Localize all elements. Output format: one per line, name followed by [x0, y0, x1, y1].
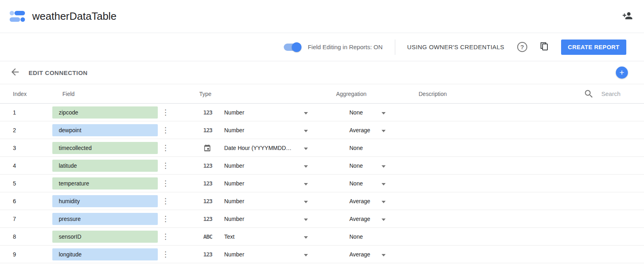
description-cell[interactable]	[392, 104, 644, 121]
help-icon[interactable]: ?	[517, 42, 527, 52]
description-cell[interactable]	[392, 192, 644, 210]
add-people-button[interactable]	[622, 10, 633, 23]
row-index: 4	[0, 162, 52, 169]
column-header-index: Index	[0, 91, 52, 97]
aggregation-select[interactable]: None	[349, 233, 382, 240]
description-cell[interactable]	[392, 139, 644, 156]
type-select[interactable]: Text	[220, 233, 304, 240]
row-menu-button[interactable]: ⋮	[158, 126, 174, 134]
field-editing-label: Field Editing in Reports: ON	[308, 44, 383, 50]
field-table: 1 zipcode ⋮ 123 Number None 2 dewpoint ⋮…	[0, 104, 644, 263]
field-name-chip[interactable]: dewpoint	[52, 124, 158, 136]
description-cell[interactable]	[392, 157, 644, 174]
aggregation-dropdown-arrow[interactable]	[382, 198, 392, 204]
table-row: 5 temperature ⋮ 123 Number None	[0, 175, 644, 192]
type-dropdown-arrow[interactable]	[304, 180, 312, 187]
aggregation-dropdown-arrow[interactable]	[382, 162, 392, 169]
credentials-button[interactable]: USING OWNER'S CREDENTIALS	[407, 44, 504, 50]
row-menu-button[interactable]: ⋮	[158, 162, 174, 169]
aggregation-dropdown-arrow[interactable]	[382, 109, 392, 116]
field-editing-toggle[interactable]	[284, 44, 301, 51]
description-cell[interactable]	[392, 210, 644, 227]
create-report-button[interactable]: CREATE REPORT	[561, 40, 626, 55]
add-field-button[interactable]: +	[616, 67, 628, 79]
type-select[interactable]: Number	[220, 198, 304, 204]
aggregation-select[interactable]: None	[349, 162, 382, 169]
type-dropdown-arrow[interactable]	[304, 109, 312, 116]
app-bar: weatherDataTable	[0, 0, 644, 33]
type-dropdown-arrow[interactable]	[304, 198, 312, 204]
type-select[interactable]: Number	[220, 109, 304, 116]
aggregation-dropdown-arrow[interactable]	[382, 180, 392, 187]
field-name-chip[interactable]: timecollected	[52, 142, 158, 154]
row-index: 1	[0, 109, 52, 116]
aggregation-select[interactable]: Average	[349, 216, 382, 222]
aggregation-select[interactable]: None	[349, 180, 382, 187]
field-name-chip[interactable]: longitude	[52, 248, 158, 260]
duplicate-button[interactable]	[539, 42, 549, 53]
row-index: 3	[0, 145, 52, 151]
row-menu-button[interactable]: ⋮	[158, 144, 174, 152]
table-row: 6 humidity ⋮ 123 Number Average	[0, 192, 644, 210]
number-icon: 123	[203, 251, 220, 258]
type-dropdown-arrow[interactable]	[304, 233, 312, 240]
row-index: 9	[0, 251, 52, 258]
aggregation-dropdown-arrow[interactable]	[382, 216, 392, 222]
type-dropdown-arrow[interactable]	[304, 216, 312, 222]
aggregation-dropdown-arrow[interactable]	[382, 127, 392, 133]
row-index: 7	[0, 216, 52, 222]
type-dropdown-arrow[interactable]	[304, 162, 312, 169]
number-icon: 123	[203, 216, 220, 222]
row-menu-button[interactable]: ⋮	[158, 108, 174, 116]
type-dropdown-arrow[interactable]	[304, 145, 312, 151]
row-menu-button[interactable]: ⋮	[158, 215, 174, 223]
aggregation-select[interactable]: None	[349, 109, 382, 116]
type-select[interactable]: Number	[220, 180, 304, 187]
aggregation-select[interactable]: Average	[349, 251, 382, 258]
datasource-title[interactable]: weatherDataTable	[32, 10, 117, 23]
type-select[interactable]: Number	[220, 127, 304, 133]
table-header: Index Field Type Aggregation Description	[0, 84, 644, 104]
field-name-chip[interactable]: pressure	[52, 213, 158, 225]
description-cell[interactable]	[392, 228, 644, 245]
number-icon: 123	[203, 180, 220, 187]
row-menu-button[interactable]: ⋮	[158, 250, 174, 258]
aggregation-select[interactable]: None	[349, 145, 382, 151]
field-name-chip[interactable]: zipcode	[52, 106, 158, 119]
type-dropdown-arrow[interactable]	[304, 127, 312, 133]
table-row: 8 sensorID ⋮ ABC Text None	[0, 228, 644, 246]
search-input[interactable]	[601, 90, 633, 97]
toolbar: Field Editing in Reports: ON USING OWNER…	[0, 33, 644, 61]
type-dropdown-arrow[interactable]	[304, 251, 312, 258]
column-header-description: Description	[419, 91, 584, 97]
edit-connection-button[interactable]: EDIT CONNECTION	[29, 69, 88, 76]
toggle-thumb	[292, 42, 301, 52]
field-name-chip[interactable]: temperature	[52, 177, 158, 189]
table-row: 1 zipcode ⋮ 123 Number None	[0, 104, 644, 121]
person-add-icon	[622, 10, 633, 23]
row-menu-button[interactable]: ⋮	[158, 233, 174, 240]
column-header-type: Type	[199, 91, 336, 97]
search-icon[interactable]	[584, 89, 594, 99]
type-select[interactable]: Date Hour (YYYYMMDD…	[220, 145, 304, 151]
connection-bar: EDIT CONNECTION +	[0, 61, 644, 84]
field-name-chip[interactable]: humidity	[52, 195, 158, 207]
datastudio-logo[interactable]	[10, 9, 26, 24]
row-index: 6	[0, 198, 52, 204]
type-select[interactable]: Number	[220, 162, 304, 169]
row-menu-button[interactable]: ⋮	[158, 197, 174, 205]
type-select[interactable]: Number	[220, 216, 304, 222]
table-row: 7 pressure ⋮ 123 Number Average	[0, 210, 644, 228]
field-name-chip[interactable]: latitude	[52, 160, 158, 172]
aggregation-select[interactable]: Average	[349, 198, 382, 204]
copy-icon	[539, 42, 549, 53]
description-cell[interactable]	[392, 121, 644, 139]
type-select[interactable]: Number	[220, 251, 304, 258]
field-name-chip[interactable]: sensorID	[52, 231, 158, 243]
aggregation-select[interactable]: Average	[349, 127, 382, 133]
back-button[interactable]	[10, 67, 21, 79]
description-cell[interactable]	[392, 175, 644, 192]
description-cell[interactable]	[392, 246, 644, 263]
aggregation-dropdown-arrow[interactable]	[382, 251, 392, 258]
row-menu-button[interactable]: ⋮	[158, 179, 174, 187]
